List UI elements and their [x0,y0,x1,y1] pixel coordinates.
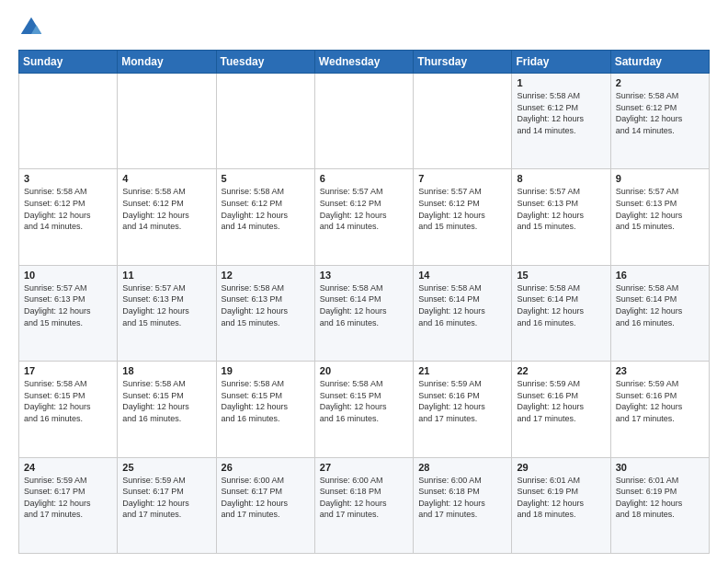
day-info: Sunrise: 5:58 AM Sunset: 6:14 PM Dayligh… [616,282,704,328]
day-info: Sunrise: 5:57 AM Sunset: 6:13 PM Dayligh… [122,282,210,328]
day-info: Sunrise: 5:57 AM Sunset: 6:13 PM Dayligh… [517,186,605,232]
day-number: 7 [418,173,506,184]
calendar-cell-2-6: 8Sunrise: 5:57 AM Sunset: 6:13 PM Daylig… [512,169,610,265]
day-info: Sunrise: 5:57 AM Sunset: 6:13 PM Dayligh… [616,186,704,232]
day-number: 18 [122,365,210,376]
calendar-header-tuesday: Tuesday [216,51,314,74]
day-number: 20 [320,365,408,376]
day-info: Sunrise: 5:58 AM Sunset: 6:13 PM Dayligh… [222,282,310,328]
calendar-cell-5-6: 29Sunrise: 6:01 AM Sunset: 6:19 PM Dayli… [512,457,610,553]
day-info: Sunrise: 5:58 AM Sunset: 6:12 PM Dayligh… [517,90,605,136]
calendar-cell-2-7: 9Sunrise: 5:57 AM Sunset: 6:13 PM Daylig… [610,169,709,265]
calendar-cell-4-6: 22Sunrise: 5:59 AM Sunset: 6:16 PM Dayli… [512,362,610,457]
day-number: 9 [616,173,704,184]
day-number: 14 [418,270,506,281]
day-number: 26 [222,462,310,473]
calendar-cell-5-7: 30Sunrise: 6:01 AM Sunset: 6:19 PM Dayli… [610,457,709,553]
day-number: 19 [222,365,310,376]
calendar-cell-3-5: 14Sunrise: 5:58 AM Sunset: 6:14 PM Dayli… [414,265,512,361]
day-info: Sunrise: 5:59 AM Sunset: 6:17 PM Dayligh… [122,475,210,521]
page: SundayMondayTuesdayWednesdayThursdayFrid… [0,0,728,563]
day-info: Sunrise: 5:58 AM Sunset: 6:12 PM Dayligh… [122,186,210,232]
day-number: 22 [517,365,605,376]
day-number: 1 [517,77,605,88]
calendar-cell-2-3: 5Sunrise: 5:58 AM Sunset: 6:12 PM Daylig… [216,169,314,265]
day-number: 11 [122,270,210,281]
calendar-cell-1-3 [216,74,314,169]
calendar-header-friday: Friday [512,51,610,74]
calendar-cell-3-4: 13Sunrise: 5:58 AM Sunset: 6:14 PM Dayli… [314,265,413,361]
day-number: 25 [122,462,210,473]
day-info: Sunrise: 5:57 AM Sunset: 6:12 PM Dayligh… [418,186,506,232]
calendar-cell-2-4: 6Sunrise: 5:57 AM Sunset: 6:12 PM Daylig… [314,169,413,265]
calendar-cell-3-6: 15Sunrise: 5:58 AM Sunset: 6:14 PM Dayli… [512,265,610,361]
calendar-cell-5-4: 27Sunrise: 6:00 AM Sunset: 6:18 PM Dayli… [314,457,413,553]
calendar-cell-3-2: 11Sunrise: 5:57 AM Sunset: 6:13 PM Dayli… [118,265,216,361]
calendar-cell-1-2 [118,74,216,169]
day-info: Sunrise: 5:58 AM Sunset: 6:12 PM Dayligh… [616,90,704,136]
logo [18,15,48,40]
day-number: 23 [616,365,704,376]
calendar-week-3: 10Sunrise: 5:57 AM Sunset: 6:13 PM Dayli… [19,265,710,361]
day-number: 28 [418,462,506,473]
calendar-cell-4-7: 23Sunrise: 5:59 AM Sunset: 6:16 PM Dayli… [610,362,709,457]
day-number: 17 [24,365,112,376]
day-info: Sunrise: 5:58 AM Sunset: 6:12 PM Dayligh… [24,186,112,232]
day-info: Sunrise: 6:00 AM Sunset: 6:18 PM Dayligh… [320,475,408,521]
calendar-cell-4-3: 19Sunrise: 5:58 AM Sunset: 6:15 PM Dayli… [216,362,314,457]
day-info: Sunrise: 6:00 AM Sunset: 6:18 PM Dayligh… [418,475,506,521]
day-number: 16 [616,270,704,281]
day-info: Sunrise: 5:58 AM Sunset: 6:15 PM Dayligh… [320,378,408,424]
day-number: 27 [320,462,408,473]
day-number: 2 [616,77,704,88]
calendar-week-4: 17Sunrise: 5:58 AM Sunset: 6:15 PM Dayli… [19,362,710,457]
calendar-cell-4-4: 20Sunrise: 5:58 AM Sunset: 6:15 PM Dayli… [314,362,413,457]
calendar-cell-4-2: 18Sunrise: 5:58 AM Sunset: 6:15 PM Dayli… [118,362,216,457]
day-number: 29 [517,462,605,473]
day-number: 3 [24,173,112,184]
calendar-cell-5-1: 24Sunrise: 5:59 AM Sunset: 6:17 PM Dayli… [19,457,118,553]
calendar-cell-5-3: 26Sunrise: 6:00 AM Sunset: 6:17 PM Dayli… [216,457,314,553]
day-number: 10 [24,270,112,281]
calendar-cell-5-2: 25Sunrise: 5:59 AM Sunset: 6:17 PM Dayli… [118,457,216,553]
day-info: Sunrise: 6:01 AM Sunset: 6:19 PM Dayligh… [616,475,704,521]
day-info: Sunrise: 5:59 AM Sunset: 6:16 PM Dayligh… [418,378,506,424]
calendar-cell-1-4 [314,74,413,169]
calendar-week-5: 24Sunrise: 5:59 AM Sunset: 6:17 PM Dayli… [19,457,710,553]
day-info: Sunrise: 5:58 AM Sunset: 6:15 PM Dayligh… [122,378,210,424]
calendar-cell-1-1 [19,74,118,169]
day-info: Sunrise: 5:58 AM Sunset: 6:14 PM Dayligh… [320,282,408,328]
calendar-cell-3-1: 10Sunrise: 5:57 AM Sunset: 6:13 PM Dayli… [19,265,118,361]
day-info: Sunrise: 5:59 AM Sunset: 6:16 PM Dayligh… [616,378,704,424]
day-info: Sunrise: 5:58 AM Sunset: 6:14 PM Dayligh… [517,282,605,328]
calendar-header-wednesday: Wednesday [314,51,413,74]
header [18,15,710,40]
calendar-header-sunday: Sunday [19,51,118,74]
calendar-cell-1-7: 2Sunrise: 5:58 AM Sunset: 6:12 PM Daylig… [610,74,709,169]
day-info: Sunrise: 5:57 AM Sunset: 6:13 PM Dayligh… [24,282,112,328]
day-info: Sunrise: 5:59 AM Sunset: 6:17 PM Dayligh… [24,475,112,521]
calendar-cell-1-5 [414,74,512,169]
calendar-header-row: SundayMondayTuesdayWednesdayThursdayFrid… [19,51,710,74]
day-info: Sunrise: 5:58 AM Sunset: 6:15 PM Dayligh… [24,378,112,424]
logo-icon [18,15,44,40]
day-info: Sunrise: 5:58 AM Sunset: 6:14 PM Dayligh… [418,282,506,328]
calendar-header-monday: Monday [118,51,216,74]
day-number: 13 [320,270,408,281]
calendar-table: SundayMondayTuesdayWednesdayThursdayFrid… [18,50,710,554]
day-info: Sunrise: 6:01 AM Sunset: 6:19 PM Dayligh… [517,475,605,521]
day-number: 24 [24,462,112,473]
calendar-cell-2-1: 3Sunrise: 5:58 AM Sunset: 6:12 PM Daylig… [19,169,118,265]
day-number: 15 [517,270,605,281]
calendar-cell-5-5: 28Sunrise: 6:00 AM Sunset: 6:18 PM Dayli… [414,457,512,553]
calendar-cell-2-2: 4Sunrise: 5:58 AM Sunset: 6:12 PM Daylig… [118,169,216,265]
calendar-cell-1-6: 1Sunrise: 5:58 AM Sunset: 6:12 PM Daylig… [512,74,610,169]
day-number: 21 [418,365,506,376]
day-info: Sunrise: 5:58 AM Sunset: 6:12 PM Dayligh… [222,186,310,232]
calendar-cell-4-5: 21Sunrise: 5:59 AM Sunset: 6:16 PM Dayli… [414,362,512,457]
calendar-week-1: 1Sunrise: 5:58 AM Sunset: 6:12 PM Daylig… [19,74,710,169]
day-info: Sunrise: 5:57 AM Sunset: 6:12 PM Dayligh… [320,186,408,232]
calendar-cell-2-5: 7Sunrise: 5:57 AM Sunset: 6:12 PM Daylig… [414,169,512,265]
calendar-cell-3-7: 16Sunrise: 5:58 AM Sunset: 6:14 PM Dayli… [610,265,709,361]
day-number: 12 [222,270,310,281]
